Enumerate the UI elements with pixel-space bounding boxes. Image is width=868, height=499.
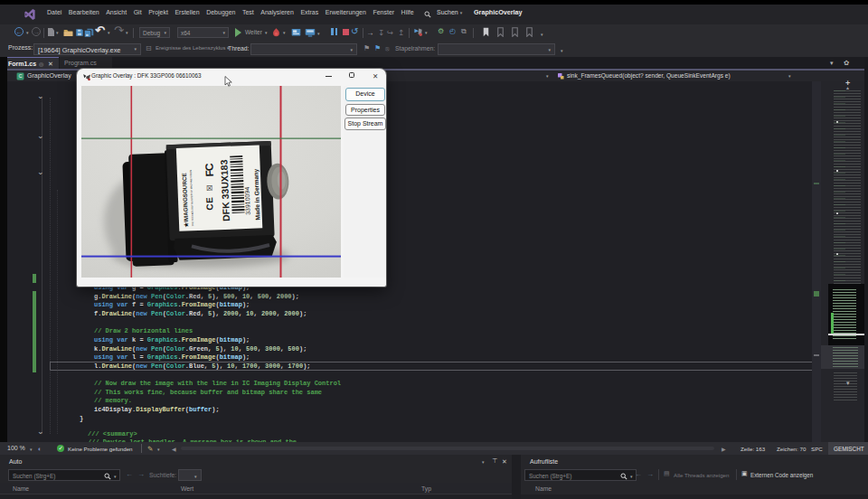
svg-text:FC: FC — [203, 163, 216, 177]
svg-text:33910094: 33910094 — [244, 187, 251, 215]
svg-text:C: C — [19, 73, 23, 79]
svg-text:☒: ☒ — [205, 184, 213, 192]
svg-text:CE: CE — [204, 196, 215, 210]
